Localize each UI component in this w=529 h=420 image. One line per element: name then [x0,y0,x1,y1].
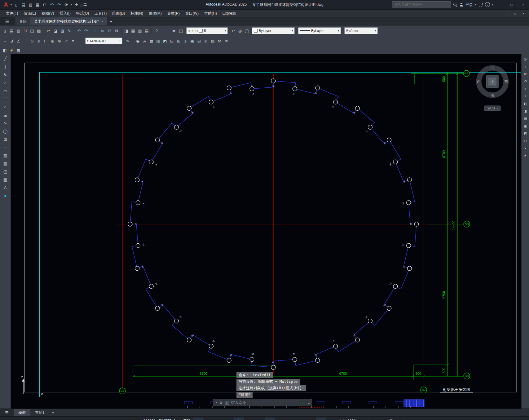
block-editor-icon[interactable]: ◩ [162,38,168,44]
isometric-drafting-toggle[interactable]: ◇▾ [245,418,254,420]
doc-minimize-button[interactable]: — [504,10,511,17]
save-as-icon[interactable]: ▦ [34,2,41,8]
dim-angular-icon[interactable]: ∠ [15,38,22,44]
undo-icon[interactable]: ↶ [76,28,82,34]
grid-toggle[interactable]: # [193,418,203,420]
materials-icon[interactable]: ▩ [15,47,22,54]
help-icon[interactable]: ? [485,2,490,7]
menu-item-6[interactable]: 工具(T) [92,10,109,17]
copy-icon[interactable]: ◪ [52,28,59,34]
compass-up-face[interactable]: 上 [491,79,495,84]
divide-icon[interactable]: ≋ [223,38,230,44]
spline-icon[interactable]: ∿ [2,120,9,126]
polyline-icon[interactable]: ↯ [2,72,9,78]
ole-object-icon[interactable]: ◫ [182,38,189,44]
autocad-logo-icon[interactable]: A [2,2,9,8]
point-style-icon[interactable]: ● [2,193,9,199]
model-space-toggle[interactable]: 模型 [180,418,192,420]
tab-model[interactable]: 模型 [14,409,30,416]
selection-cycling-toggle[interactable]: ⌖ [296,418,305,420]
table-icon[interactable]: ▦ [2,177,9,183]
cart-icon[interactable] [478,3,483,7]
close-button[interactable]: × [518,0,528,9]
pan-icon[interactable]: + [93,28,99,34]
point-icon[interactable]: ∙ [2,144,9,150]
hardware-acceleration-toggle[interactable]: ▣ [421,418,430,420]
dim-edit-icon[interactable]: ✎ [125,38,131,44]
designcenter-icon[interactable]: ▦ [130,28,136,34]
ortho-toggle[interactable]: ⌐ [224,418,234,420]
sign-in-link[interactable]: 登录 [465,2,473,7]
command-collapse-icon[interactable]: ▴ [308,401,310,404]
compass-east[interactable]: 东 [504,79,508,84]
dim-baseline-icon[interactable]: ⌐ [77,38,83,44]
tolerance-icon[interactable]: ⊞ [49,38,56,44]
insert-block-icon[interactable]: ⊡ [2,136,9,142]
open-icon[interactable]: ▤ [20,2,27,8]
model-space-canvas[interactable]: 5006700670050014400670067005001E1C1E1C1E… [11,54,521,409]
menu-item-5[interactable]: 格式(O) [73,10,92,17]
dim-aligned-icon[interactable]: ⊿ [8,38,15,44]
dim-arc-icon[interactable]: ⌒ [22,38,29,44]
cut-icon[interactable]: ✂ [46,28,52,34]
app-menu-caret-icon[interactable]: ▾ [11,3,12,6]
menu-item-9[interactable]: 修改(M) [146,10,165,17]
rectangle-icon[interactable]: ▭ [2,88,9,94]
account-caret-icon[interactable]: ▾ [475,3,476,6]
layout-menu-icon[interactable]: ☰ [0,409,14,416]
autoscale-toggle[interactable]: ⚙ [363,418,373,420]
workspace-toggle[interactable]: ⚙▾ [400,418,410,420]
plot-style-combo[interactable]: ByColor ▾ [344,27,378,34]
dynamic-ucs-toggle[interactable]: ⊥ [306,418,315,420]
zoom-window-icon[interactable]: ⊡ [106,28,113,34]
view-back-icon[interactable]: ◧ [522,101,528,106]
tool-palettes-icon[interactable]: ▥ [137,28,143,34]
tab-layout1[interactable]: 布局1 [30,409,49,416]
sheet-set-manager-icon[interactable]: ▤ [143,28,150,34]
image-attach-icon[interactable]: ⊞ [175,38,182,44]
annotation-scale-combo[interactable]: 1:1 / 100% ▾ [337,418,362,420]
hatch-icon[interactable]: ▨ [2,153,9,158]
wipeout-icon[interactable]: ◎ [196,38,202,44]
command-close-icon[interactable]: × [215,401,217,405]
polar-tracking-toggle[interactable]: ∠▾ [234,418,244,420]
search-field[interactable] [392,1,451,8]
layer-isolate-icon[interactable]: ◎ [237,28,243,34]
arc-icon[interactable]: ⌒ [2,96,9,102]
drawing-title-note[interactable]: 桁架腹杆 安装图 [440,387,473,393]
lights-icon[interactable]: ☀ [8,47,15,54]
plot-icon[interactable]: ⊟ [22,28,29,34]
menu-item-8[interactable]: 标注(N) [128,10,146,17]
hatch-edit-icon[interactable]: ▨ [209,38,216,44]
quick-dim-icon[interactable]: ≡ [70,38,76,44]
camera-icon[interactable]: ◔ [522,146,528,151]
pan-icon[interactable]: + [522,64,528,69]
multiline-text-icon[interactable]: A [2,185,9,191]
layer-unisolate-icon[interactable]: ◯ [244,28,250,34]
menu-item-11[interactable]: 窗口(W) [183,10,201,17]
tab-close-icon[interactable]: × [101,20,103,23]
menu-item-1[interactable]: 文件(F) [3,10,21,17]
new-icon[interactable]: ▯ [13,2,20,8]
tab-start[interactable]: 开始 [15,17,30,25]
xref-icon[interactable]: ⊟ [169,38,175,44]
color-combo[interactable]: ByLayer ▾ [252,27,295,34]
units-combo[interactable]: 小数 ▾ [384,418,399,420]
gradient-icon[interactable]: ▧ [2,161,9,166]
annotation-monitor-toggle[interactable]: ◉ [410,418,420,420]
compass-west[interactable]: 西 [477,79,481,84]
axis-bubbles[interactable]: GEGDGCG6G7 [119,70,470,394]
center-mark-icon[interactable]: ⊕ [56,38,63,44]
minimize-button[interactable]: — [496,0,505,9]
hamburger-menu-icon[interactable]: ☰ [0,17,14,25]
dim-update-icon[interactable]: ◉ [134,38,141,44]
revision-cloud-icon[interactable]: ☁ [2,112,9,118]
save-icon[interactable]: ▥ [15,28,22,34]
steering-wheel-icon[interactable]: ◎ [522,57,528,61]
annotation-visibility-toggle[interactable]: ▲ [326,418,336,420]
paste-icon[interactable]: ▨ [59,28,66,34]
layer-previous-icon[interactable]: ↩ [230,28,236,34]
revcloud-icon[interactable]: ⊘ [203,38,209,44]
user-icon[interactable] [460,3,463,7]
doc-close-button[interactable]: × [520,10,527,17]
